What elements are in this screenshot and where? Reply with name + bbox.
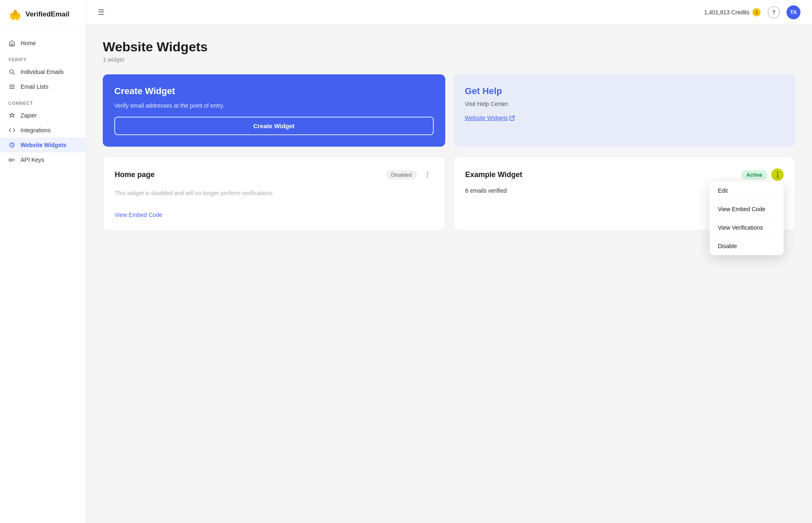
dropdown-item-edit[interactable]: Edit: [710, 182, 784, 200]
logo-icon: [8, 7, 22, 21]
sidebar-item-website-widgets[interactable]: Website Widgets: [0, 138, 86, 152]
widget-name-home-page: Home page: [115, 170, 155, 179]
dropdown-item-disable[interactable]: Disable: [710, 237, 784, 255]
zapier-icon: [8, 112, 16, 119]
home-icon: [8, 39, 16, 47]
dropdown-item-view-verifications[interactable]: View Verifications: [710, 219, 784, 237]
sidebar-item-integrations[interactable]: Integrations: [0, 123, 86, 138]
get-help-desc: Visit Help Center.: [465, 101, 784, 107]
get-help-card: Get Help Visit Help Center. Website Widg…: [453, 74, 796, 147]
sidebar-navigation: Home VERIFY Individual Emails Email List…: [0, 29, 86, 523]
get-help-title: Get Help: [465, 86, 784, 97]
widget-card-header-example: Example Widget Active ⋮: [465, 168, 784, 181]
status-badge-disabled: Disabled: [386, 170, 417, 180]
app-name: VerifiedEmail: [25, 10, 69, 18]
status-badge-active: Active: [741, 170, 767, 180]
sidebar-item-individual-emails[interactable]: Individual Emails: [0, 65, 86, 79]
website-widgets-help-link[interactable]: Website Widgets: [465, 115, 784, 121]
external-link-icon: [509, 115, 515, 121]
widget-menu-button-home-page[interactable]: ⋮: [421, 168, 433, 181]
connect-section-label: CONNECT: [0, 94, 86, 108]
top-card-grid: Create Widget Verify email addresses at …: [103, 74, 796, 147]
svg-point-2: [13, 10, 17, 16]
widget-icon: [8, 141, 16, 149]
credits-coin-icon: $: [752, 8, 761, 17]
widget-card-header-home-page: Home page Disabled ⋮: [115, 168, 433, 181]
widget-desc-home-page: This widget is disabled and will no long…: [115, 189, 433, 206]
svg-text:$: $: [755, 10, 758, 15]
credits-amount: 1,401,813 Credits: [704, 9, 750, 16]
code-icon: [8, 127, 16, 134]
topbar: ☰ 1,401,813 Credits $ ? TA: [86, 0, 812, 25]
view-embed-link-home-page[interactable]: View Embed Code: [115, 212, 162, 218]
sidebar-item-home-label: Home: [21, 40, 36, 46]
sidebar-item-individual-emails-label: Individual Emails: [21, 69, 64, 75]
svg-point-6: [10, 160, 11, 161]
widget-header-right-home-page: Disabled ⋮: [386, 168, 433, 181]
sidebar-logo: VerifiedEmail: [0, 0, 86, 29]
widget-dropdown-menu: Edit View Embed Code View Verifications …: [710, 182, 784, 255]
dropdown-item-view-embed-code[interactable]: View Embed Code: [710, 200, 784, 219]
search-icon: [8, 68, 16, 76]
widget-footer-home-page: View Embed Code: [115, 206, 433, 219]
sidebar-item-integrations-label: Integrations: [21, 127, 51, 134]
topbar-right: 1,401,813 Credits $ ? TA: [704, 5, 800, 19]
widgets-grid: Home page Disabled ⋮ This widget is disa…: [103, 157, 796, 230]
widget-name-example: Example Widget: [465, 170, 523, 179]
page-title: Website Widgets: [103, 39, 796, 55]
credits-display: 1,401,813 Credits $: [704, 8, 761, 17]
widget-menu-button-example[interactable]: ⋮: [771, 168, 784, 181]
create-widget-card-title: Create Widget: [114, 86, 434, 97]
sidebar: VerifiedEmail Home VERIFY Individual Ema…: [0, 0, 86, 523]
widget-header-right-example: Active ⋮: [741, 168, 784, 181]
sidebar-item-email-lists[interactable]: Email Lists: [0, 79, 86, 94]
sidebar-item-api-keys-label: API Keys: [21, 157, 44, 163]
sidebar-item-home[interactable]: Home: [0, 36, 86, 51]
list-icon: [8, 83, 16, 90]
api-icon: [8, 156, 16, 164]
main-content: ☰ 1,401,813 Credits $ ? TA Website Widge…: [86, 0, 812, 523]
widget-card-example: Example Widget Active ⋮ 6 emails verifie…: [453, 157, 796, 230]
sidebar-item-zapier[interactable]: Zapier: [0, 108, 86, 123]
create-widget-card-desc: Verify email addresses at the point of e…: [114, 101, 434, 110]
sidebar-item-api-keys[interactable]: API Keys: [0, 152, 86, 167]
create-widget-button[interactable]: Create Widget: [114, 117, 434, 135]
page-subtitle: 1 widget: [103, 56, 796, 63]
verify-section-label: VERIFY: [0, 51, 86, 65]
sidebar-item-email-lists-label: Email Lists: [21, 83, 49, 90]
avatar[interactable]: TA: [787, 5, 800, 19]
help-button[interactable]: ?: [768, 6, 780, 18]
page-content: Website Widgets 1 widget Create Widget V…: [86, 25, 812, 523]
topbar-left: ☰: [98, 8, 104, 17]
widget-card-home-page: Home page Disabled ⋮ This widget is disa…: [103, 157, 445, 230]
sidebar-item-website-widgets-label: Website Widgets: [21, 142, 67, 148]
sidebar-item-zapier-label: Zapier: [21, 112, 37, 119]
hamburger-icon[interactable]: ☰: [98, 8, 104, 17]
create-widget-card: Create Widget Verify email addresses at …: [103, 74, 445, 147]
